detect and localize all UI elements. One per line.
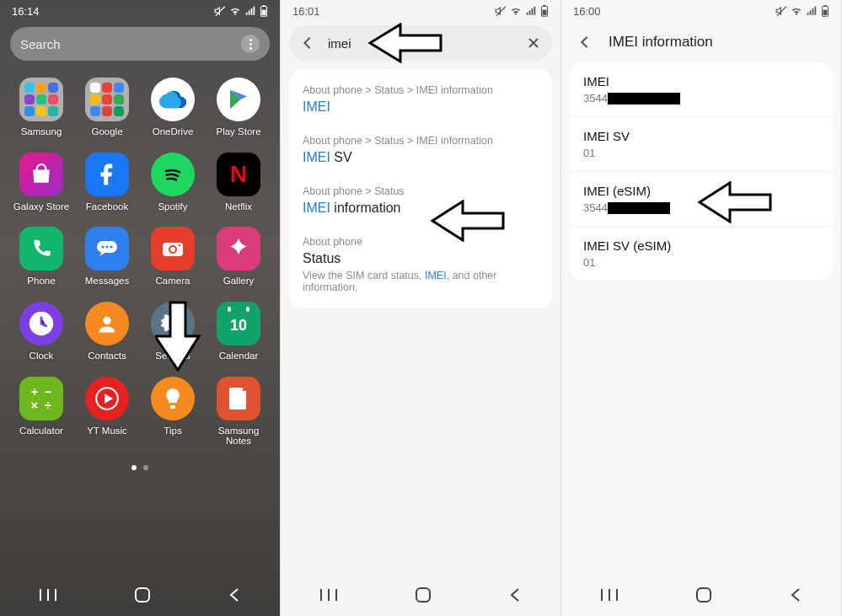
phone-icon: [30, 238, 52, 260]
result-breadcrumb: About phone > Status > IMEI information: [303, 84, 539, 96]
app-play-store[interactable]: Play Store: [206, 78, 271, 137]
result-title: IMEI information: [303, 201, 539, 216]
app-calculator[interactable]: +−×÷Calculator: [8, 377, 74, 447]
wifi-icon: [510, 5, 522, 17]
app-netflix[interactable]: NNetflix: [206, 153, 271, 212]
svg-rect-19: [136, 588, 149, 602]
calendar-day: 10: [230, 317, 247, 335]
svg-point-12: [179, 244, 180, 246]
row-key: IMEI SV (eSIM): [583, 238, 819, 253]
result-title: IMEI: [303, 99, 539, 115]
panel-settings-search: 16:01 imei About phone > Status > IMEI i…: [281, 0, 561, 616]
wifi-icon: [791, 5, 802, 17]
shopping-bag-icon: [30, 163, 52, 185]
app-messages[interactable]: Messages: [74, 227, 140, 287]
svg-rect-2: [263, 5, 265, 6]
clear-icon[interactable]: [520, 29, 547, 56]
clock-icon: [27, 309, 56, 338]
nav-back[interactable]: [228, 587, 241, 607]
page-header: IMEI information: [561, 22, 841, 62]
nav-back[interactable]: [789, 587, 802, 607]
app-settings[interactable]: Settings: [140, 302, 206, 362]
nav-recent[interactable]: [39, 587, 57, 606]
row-key: IMEI (eSIM): [583, 184, 819, 198]
app-google-folder[interactable]: Google: [74, 78, 140, 137]
search-result[interactable]: About phone > Status > IMEI information …: [289, 74, 552, 125]
svg-rect-3: [262, 10, 266, 15]
svg-line-28: [777, 7, 786, 16]
row-key: IMEI SV: [583, 129, 819, 143]
bulb-icon: [163, 387, 183, 410]
app-onedrive[interactable]: OneDrive: [140, 78, 206, 137]
app-clock[interactable]: Clock: [8, 302, 74, 362]
app-contacts[interactable]: Contacts: [74, 302, 140, 362]
gallery-icon: [226, 236, 251, 261]
nav-home[interactable]: [415, 587, 432, 607]
imei-row-imeisv[interactable]: IMEI SV 01: [570, 117, 833, 172]
app-camera[interactable]: Camera: [140, 227, 206, 287]
imei-card: IMEI 3544 IMEI SV 01 IMEI (eSIM) 3544 IM…: [570, 62, 833, 281]
result-breadcrumb: About phone: [303, 236, 539, 248]
svg-rect-31: [823, 10, 828, 15]
search-result[interactable]: About phone Status View the SIM card sta…: [289, 226, 552, 303]
notes-icon: [228, 386, 249, 411]
app-facebook[interactable]: Facebook: [74, 153, 140, 212]
nav-recent[interactable]: [319, 587, 338, 606]
back-icon[interactable]: [575, 32, 595, 52]
status-time: 16:01: [292, 5, 320, 18]
gear-icon: [160, 311, 185, 336]
wifi-icon: [229, 5, 241, 17]
nav-back[interactable]: [508, 587, 522, 607]
app-spotify[interactable]: Spotify: [140, 153, 206, 212]
search-more-icon[interactable]: [241, 35, 260, 53]
svg-rect-22: [544, 5, 546, 6]
row-value: 01: [583, 256, 819, 269]
redacted: [608, 93, 680, 104]
svg-rect-23: [543, 10, 547, 15]
imei-row-imei-esim[interactable]: IMEI (eSIM) 3544: [570, 172, 833, 227]
redacted: [608, 202, 670, 214]
result-breadcrumb: About phone > Status > IMEI information: [303, 135, 539, 147]
signal-icon: [525, 5, 537, 17]
nav-home[interactable]: [134, 587, 151, 607]
svg-point-14: [103, 317, 110, 324]
app-phone[interactable]: Phone: [8, 227, 74, 287]
app-yt-music[interactable]: YT Music: [74, 377, 140, 447]
row-key: IMEI: [583, 74, 819, 88]
back-icon[interactable]: [294, 29, 321, 56]
app-tips[interactable]: Tips: [140, 377, 206, 447]
app-calendar[interactable]: 10Calendar: [206, 302, 271, 362]
search-result[interactable]: About phone > Status > IMEI information …: [289, 125, 552, 175]
play-store-icon: [226, 87, 251, 112]
facebook-icon: [94, 162, 120, 187]
app-search-bar[interactable]: Search: [10, 27, 270, 61]
app-samsung-notes[interactable]: Samsung Notes: [206, 377, 271, 447]
status-bar: 16:01: [281, 0, 560, 22]
imei-row-imeisv-esim[interactable]: IMEI SV (eSIM) 01: [570, 227, 833, 281]
imei-row-imei[interactable]: IMEI 3544: [570, 62, 833, 117]
app-grid: Samsung Google OneDrive Play Store Galax…: [0, 61, 280, 447]
nav-home[interactable]: [695, 587, 712, 607]
spotify-icon: [159, 161, 186, 188]
camera-icon: [161, 239, 185, 258]
nav-bar: [561, 577, 841, 616]
search-bar[interactable]: imei: [289, 25, 552, 61]
app-galaxy-store[interactable]: Galaxy Store: [8, 153, 74, 212]
search-query[interactable]: imei: [328, 36, 513, 51]
search-result[interactable]: About phone > Status IMEI information: [289, 175, 552, 226]
status-time: 16:14: [12, 5, 40, 18]
status-icons: [214, 5, 268, 17]
status-bar: 16:00: [561, 0, 841, 22]
result-description: View the SIM card status, IMEI, and othe…: [303, 270, 539, 293]
svg-point-6: [101, 246, 104, 249]
panel-imei-information: 16:00 IMEI information IMEI 3544 IMEI SV…: [561, 0, 842, 616]
yt-music-icon: [93, 384, 121, 413]
app-gallery[interactable]: Gallery: [206, 227, 271, 287]
page-indicator[interactable]: [0, 465, 280, 470]
svg-rect-35: [697, 588, 711, 602]
nav-recent[interactable]: [600, 587, 619, 606]
app-samsung-folder[interactable]: Samsung: [8, 78, 74, 137]
mute-icon: [775, 5, 787, 17]
status-time: 16:00: [573, 5, 601, 18]
svg-rect-27: [416, 588, 430, 602]
